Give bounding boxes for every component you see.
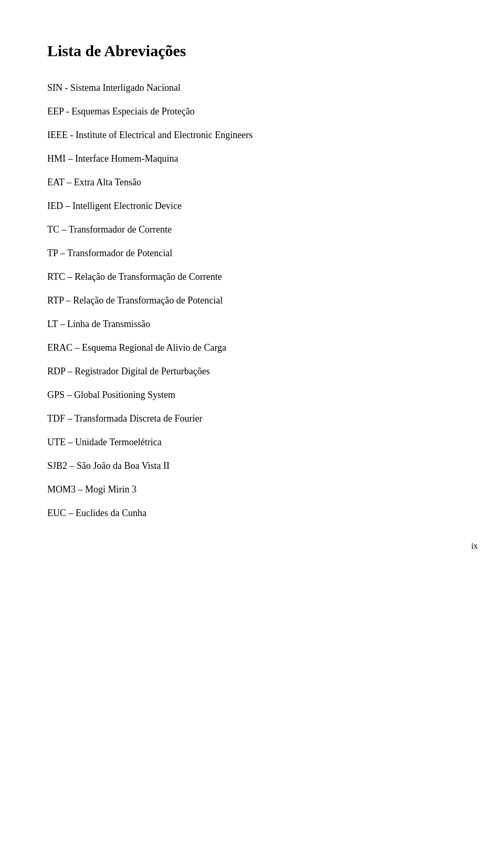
abbreviation-item-gps: GPS – Global Positioning System: [47, 388, 457, 402]
abbreviation-item-ieee: IEEE - Institute of Electrical and Elect…: [47, 128, 457, 142]
abbreviation-list: SIN - Sistema Interligado NacionalEEP - …: [47, 81, 457, 520]
abbreviation-item-sjb2: SJB2 – São João da Boa Vista II: [47, 459, 457, 473]
abbreviation-item-lt: LT – Linha de Transmissão: [47, 317, 457, 331]
abbreviation-item-ied: IED – Intelligent Electronic Device: [47, 199, 457, 213]
abbreviation-item-rtp: RTP – Relação de Transformação de Potenc…: [47, 294, 457, 308]
abbreviation-item-hmi: HMI – Interface Homem-Maquina: [47, 152, 457, 166]
abbreviation-item-sin: SIN - Sistema Interligado Nacional: [47, 81, 457, 95]
abbreviation-item-rdp: RDP – Registrador Digital de Perturbaçõe…: [47, 364, 457, 379]
page-title: Lista de Abreviações: [47, 42, 457, 60]
abbreviation-item-tc: TC – Transformador de Corrente: [47, 223, 457, 237]
abbreviation-item-eep: EEP - Esquemas Especiais de Proteção: [47, 104, 457, 119]
abbreviation-item-mom3: MOM3 – Mogi Mirin 3: [47, 483, 457, 497]
abbreviation-item-euc: EUC – Euclides da Cunha: [47, 506, 457, 520]
page-number: ix: [471, 541, 478, 551]
page-container: Lista de Abreviações SIN - Sistema Inter…: [0, 0, 504, 572]
abbreviation-item-erac: ERAC – Esquema Regional de Alivio de Car…: [47, 341, 457, 355]
abbreviation-item-tdf: TDF – Transformada Discreta de Fourier: [47, 412, 457, 426]
abbreviation-item-ute: UTE – Unidade Termoelétrica: [47, 435, 457, 449]
abbreviation-item-rtc: RTC – Relação de Transformação de Corren…: [47, 270, 457, 284]
abbreviation-item-eat: EAT – Extra Alta Tensão: [47, 175, 457, 190]
abbreviation-item-tp: TP – Transformador de Potencial: [47, 246, 457, 260]
